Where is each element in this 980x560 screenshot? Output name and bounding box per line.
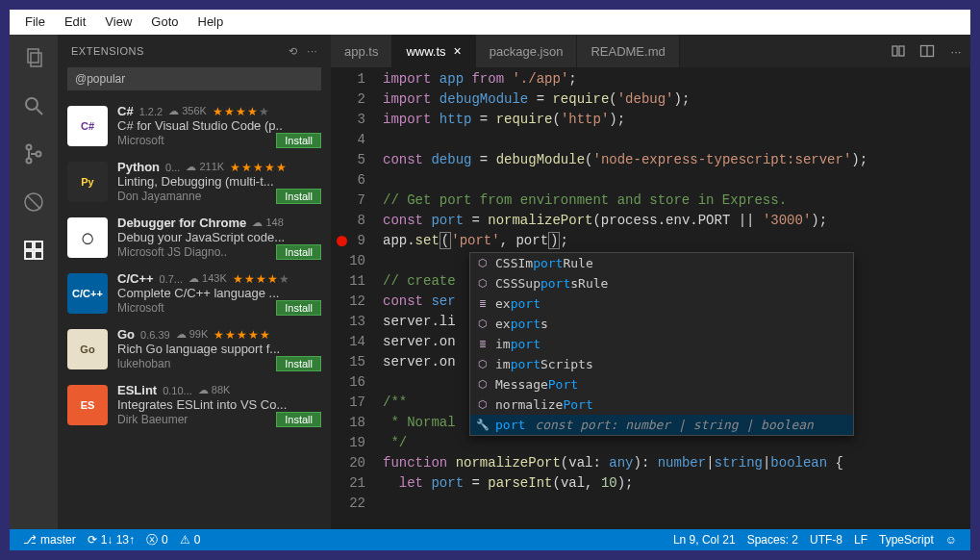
statusbar: ⎇ master ⟳ 1↓ 13↑ ⓧ 0 ⚠ 0 Ln 9, Col 21 S… (10, 529, 970, 550)
svg-rect-12 (35, 251, 42, 259)
errors[interactable]: ⓧ 0 (140, 532, 174, 548)
svg-rect-0 (28, 49, 38, 63)
suggest-item[interactable]: ⬡MessagePort (470, 374, 853, 395)
extension-icon: C/C++ (67, 273, 108, 314)
extension-version: 0... (165, 162, 180, 173)
extension-item[interactable]: PyPython0...☁ 211K★★★★★Linting, Debuggin… (58, 154, 331, 210)
close-icon[interactable]: × (454, 43, 462, 59)
tab-readme[interactable]: README.md (577, 35, 679, 67)
more-icon[interactable]: ··· (942, 35, 970, 67)
extension-desc: Integrates ESLint into VS Co... (117, 397, 321, 412)
code-area[interactable]: 12345678910111213141516171819202122 impo… (331, 67, 970, 529)
extension-desc: Complete C/C++ language ... (117, 286, 321, 300)
tab-package[interactable]: package.json (476, 35, 578, 67)
extension-version: 1.2.2 (139, 106, 163, 117)
suggest-item[interactable]: ⬡CSSSupportsRule (470, 273, 853, 293)
tab-www[interactable]: www.ts× (392, 35, 475, 67)
extension-publisher: Microsoft (117, 301, 276, 315)
more-icon[interactable]: ··· (307, 45, 317, 57)
breakpoint[interactable] (337, 236, 347, 246)
menu-view[interactable]: View (95, 10, 141, 35)
extension-name: C# (117, 104, 134, 118)
activitybar (10, 35, 58, 529)
extension-item[interactable]: ESESLint0.10...☁ 88KIntegrates ESLint in… (58, 377, 331, 433)
extension-item[interactable]: C/C++C/C++0.7...☁ 143K★★★★★Complete C/C+… (58, 266, 331, 321)
tabs: app.ts www.ts× package.json README.md ··… (331, 35, 970, 67)
install-button[interactable]: Install (276, 244, 321, 260)
install-button[interactable]: Install (276, 356, 321, 371)
extension-version: 0.10... (163, 385, 192, 396)
extension-desc: C# for Visual Studio Code (p.. (117, 118, 321, 133)
menubar: File Edit View Goto Help (10, 10, 970, 35)
menu-help[interactable]: Help (188, 10, 234, 35)
language[interactable]: TypeScript (873, 533, 940, 547)
search-input[interactable]: @popular (67, 67, 321, 90)
split-icon[interactable] (913, 35, 942, 67)
extension-desc: Rich Go language support f... (117, 342, 321, 356)
download-count: ☁ 99K (176, 328, 209, 341)
search-icon[interactable] (20, 92, 47, 119)
editor: app.ts www.ts× package.json README.md ··… (331, 35, 970, 529)
suggest-kind-icon: ≣ (476, 293, 490, 314)
svg-point-5 (27, 159, 32, 164)
suggest-item[interactable]: ≣import (470, 334, 853, 354)
git-icon[interactable] (20, 140, 47, 167)
suggest-kind-icon: 🔧 (476, 415, 490, 435)
suggest-item[interactable]: 🔧portconst port: number | string | boole… (470, 415, 853, 435)
menu-goto[interactable]: Goto (141, 10, 188, 35)
download-count: ☁ 148 (252, 216, 283, 229)
extension-publisher: lukehoban (117, 357, 276, 370)
svg-point-6 (37, 152, 41, 157)
suggest-widget[interactable]: ⬡CSSImportRule⬡CSSSupportsRule≣export⬡ex… (469, 252, 854, 436)
extension-desc: Linting, Debugging (multi-t... (117, 174, 321, 189)
feedback-icon[interactable]: ☺ (940, 533, 963, 547)
suggest-item[interactable]: ⬡exports (470, 314, 853, 334)
extension-item[interactable]: ◯Debugger for Chrome☁ 148Debug your Java… (58, 210, 331, 266)
suggest-item[interactable]: ⬡CSSImportRule (470, 253, 853, 273)
sidebar-title: EXTENSIONS (71, 45, 144, 57)
svg-rect-1 (31, 53, 41, 66)
extension-item[interactable]: C#C#1.2.2☁ 356K★★★★★C# for Visual Studio… (58, 98, 331, 154)
extension-publisher: Don Jayamanne (117, 190, 276, 203)
git-branch[interactable]: ⎇ master (17, 533, 82, 547)
sidebar: EXTENSIONS ⟲ ··· @popular C#C#1.2.2☁ 356… (58, 35, 331, 529)
suggest-item[interactable]: ⬡importScripts (470, 354, 853, 374)
eol[interactable]: LF (848, 533, 873, 547)
extension-publisher: Microsoft (117, 134, 276, 147)
extension-item[interactable]: GoGo0.6.39☁ 99K★★★★★Rich Go language sup… (58, 321, 331, 377)
rating-stars: ★★★★★ (230, 161, 288, 174)
suggest-kind-icon: ⬡ (476, 354, 490, 374)
download-count: ☁ 88K (198, 384, 231, 396)
install-button[interactable]: Install (276, 133, 321, 148)
compare-icon[interactable] (884, 35, 913, 67)
spaces[interactable]: Spaces: 2 (741, 533, 804, 547)
clear-icon[interactable]: ⟲ (289, 45, 298, 58)
extension-name: Debugger for Chrome (117, 216, 246, 230)
warnings[interactable]: ⚠ 0 (174, 533, 207, 547)
debug-icon[interactable] (20, 189, 47, 216)
extension-name: ESLint (117, 383, 157, 397)
download-count: ☁ 143K (188, 272, 227, 285)
install-button[interactable]: Install (276, 300, 321, 316)
files-icon[interactable] (20, 44, 47, 71)
rating-stars: ★★★★★ (233, 272, 290, 286)
extension-name: Go (117, 327, 135, 342)
tab-app[interactable]: app.ts (331, 35, 392, 67)
svg-line-8 (27, 195, 40, 209)
cursor-pos[interactable]: Ln 9, Col 21 (667, 533, 741, 547)
svg-point-2 (26, 98, 38, 110)
menu-edit[interactable]: Edit (55, 10, 95, 35)
git-sync[interactable]: ⟳ 1↓ 13↑ (82, 533, 140, 547)
install-button[interactable]: Install (276, 412, 321, 427)
svg-rect-11 (25, 251, 33, 259)
suggest-item[interactable]: ≣export (470, 293, 853, 314)
encoding[interactable]: UTF-8 (804, 533, 848, 547)
suggest-item[interactable]: ⬡normalizePort (470, 395, 853, 415)
install-button[interactable]: Install (276, 189, 321, 204)
svg-rect-10 (35, 242, 42, 249)
extension-version: 0.7... (160, 273, 183, 285)
suggest-kind-icon: ⬡ (476, 395, 490, 415)
menu-file[interactable]: File (15, 10, 55, 35)
extensions-icon[interactable] (20, 237, 47, 264)
suggest-kind-icon: ≣ (476, 334, 490, 354)
